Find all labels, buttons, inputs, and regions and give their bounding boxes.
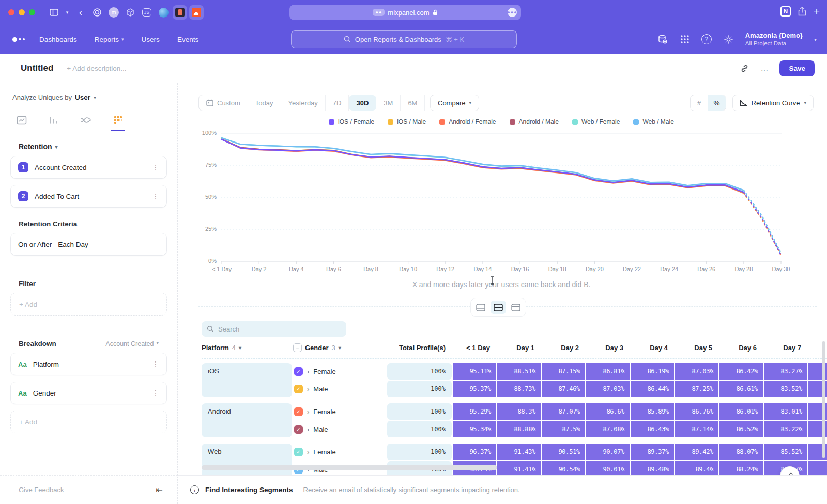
legend-item[interactable]: Android / Male xyxy=(510,118,559,125)
retention-value-cell[interactable]: 87.5% xyxy=(542,421,585,437)
zoom-window-button[interactable] xyxy=(29,9,35,15)
legend-item[interactable]: Web / Male xyxy=(633,118,673,125)
tab-insights[interactable] xyxy=(12,109,31,131)
retention-value-cell[interactable]: 86.44% xyxy=(631,381,674,397)
criteria-on-or-after[interactable]: On or After xyxy=(18,241,52,248)
analyze-entity-select[interactable]: User xyxy=(75,93,90,101)
retention-value-cell[interactable]: 88.51% xyxy=(497,363,541,380)
new-tab-icon[interactable]: + xyxy=(814,5,820,18)
url-bar[interactable]: ●● mixpanel.com ●●● xyxy=(289,5,521,20)
js-extension-icon[interactable]: JS xyxy=(140,5,154,20)
retention-chart[interactable] xyxy=(221,133,782,265)
retention-value-cell[interactable]: 87.46% xyxy=(542,381,585,397)
legend-item[interactable]: Web / Female xyxy=(572,118,620,125)
retention-value-cell[interactable]: 85.89% xyxy=(631,403,674,420)
legend-item[interactable]: Android / Female xyxy=(439,118,496,125)
step-options-icon[interactable]: ⋮ xyxy=(152,163,159,171)
checkbox-android-female[interactable]: ✓ xyxy=(294,407,303,416)
retention-criteria-card[interactable]: On or After Each Day xyxy=(10,233,167,256)
horizontal-scrollbar[interactable] xyxy=(202,465,497,470)
column-header-platform[interactable]: Platform4▾ xyxy=(202,341,292,354)
give-feedback-link[interactable]: Give Feedback xyxy=(19,486,64,494)
checkbox-ios-male[interactable]: ✓ xyxy=(294,385,303,393)
range-7d[interactable]: 7D xyxy=(326,95,349,111)
retention-value-cell[interactable]: 86.52% xyxy=(719,421,763,437)
retention-value-cell[interactable]: 86.01% xyxy=(719,403,763,420)
minimize-window-button[interactable] xyxy=(19,9,25,15)
apps-grid-icon[interactable] xyxy=(680,34,690,44)
expand-chevron-icon[interactable]: › xyxy=(307,448,309,456)
retention-value-cell[interactable]: 87.07% xyxy=(542,403,585,420)
retention-section-label[interactable]: Retention xyxy=(19,143,52,151)
retention-value-cell[interactable]: 86.61% xyxy=(719,381,763,397)
expand-chevron-icon[interactable]: › xyxy=(307,426,309,433)
retention-value-cell[interactable]: 86.43% xyxy=(631,421,674,437)
target-extension-icon[interactable] xyxy=(90,5,104,20)
platform-cell[interactable]: Android xyxy=(202,403,292,437)
soundcloud-extension-icon[interactable] xyxy=(189,5,204,20)
blue-orb-extension-icon[interactable] xyxy=(156,5,171,20)
checkbox-ios-female[interactable]: ✓ xyxy=(294,367,303,376)
retention-value-cell[interactable]: 89.37% xyxy=(631,444,674,460)
expand-chevron-icon[interactable]: › xyxy=(307,368,309,375)
layout-split-button[interactable] xyxy=(491,301,506,314)
nav-item-reports[interactable]: Reports▾ xyxy=(95,36,124,43)
help-icon[interactable]: ? xyxy=(701,34,712,44)
nav-item-events[interactable]: Events xyxy=(177,36,198,43)
retention-value-cell[interactable]: 95.37% xyxy=(453,381,496,397)
collapse-sidebar-icon[interactable]: ⇤ xyxy=(156,485,163,495)
retention-value-cell[interactable]: 95.29% xyxy=(453,403,496,420)
series-line-ios-male[interactable] xyxy=(744,193,781,255)
retention-value-cell[interactable] xyxy=(808,461,827,475)
retention-value-cell[interactable]: 87.15% xyxy=(542,363,585,380)
retention-value-cell[interactable]: 95.11% xyxy=(453,363,496,380)
retention-value-cell[interactable]: 89.48% xyxy=(631,461,674,475)
series-line-web-male[interactable] xyxy=(222,138,744,190)
retention-value-cell[interactable]: 90.01% xyxy=(586,461,630,475)
retention-step-card[interactable]: 1Account Created⋮ xyxy=(10,156,167,179)
retention-value-cell[interactable]: 86.42% xyxy=(719,363,763,380)
retention-value-cell[interactable]: 90.54% xyxy=(542,461,585,475)
expand-chevron-icon[interactable]: › xyxy=(307,408,309,416)
breakdown-applies-to-select[interactable]: Account Created▾ xyxy=(105,340,159,348)
url-more-icon[interactable]: ●●● xyxy=(508,8,517,17)
layout-table-only-button[interactable] xyxy=(508,301,524,314)
m-avatar-icon[interactable]: m xyxy=(106,5,121,20)
platform-cell[interactable]: Web xyxy=(202,444,292,475)
unit-percent-button[interactable]: % xyxy=(708,95,726,111)
checkbox-android-male[interactable]: ✓ xyxy=(294,425,303,434)
chart-view-select[interactable]: Retention Curve ▾ xyxy=(732,94,814,111)
global-search[interactable]: Open Reports & Dashboards ⌘ + K xyxy=(291,30,517,48)
range-6m[interactable]: 6M xyxy=(401,95,425,111)
gender-select-all-checkbox[interactable]: – xyxy=(293,343,302,352)
close-window-button[interactable] xyxy=(8,9,14,15)
retention-value-cell[interactable]: 87.08% xyxy=(586,421,630,437)
retention-value-cell[interactable]: 91.43% xyxy=(497,444,541,460)
retention-value-cell[interactable]: 83.22% xyxy=(764,421,807,437)
retention-value-cell[interactable]: 89.42% xyxy=(675,444,718,460)
step-options-icon[interactable]: ⋮ xyxy=(152,192,159,200)
retention-value-cell[interactable]: 83.52% xyxy=(764,381,807,397)
retention-value-cell[interactable]: 88.3% xyxy=(497,403,541,420)
legend-item[interactable]: iOS / Male xyxy=(388,118,426,125)
data-management-icon[interactable] xyxy=(657,34,668,45)
unit-count-button[interactable]: # xyxy=(691,95,708,111)
table-search-input[interactable] xyxy=(218,325,332,333)
retention-value-cell[interactable]: 88.07% xyxy=(719,444,763,460)
breakdown-card-gender[interactable]: AaGender⋮ xyxy=(10,382,167,404)
red-app-extension-icon[interactable] xyxy=(173,5,187,20)
layout-chart-only-button[interactable] xyxy=(473,301,488,314)
retention-value-cell[interactable]: 88.24% xyxy=(719,461,763,475)
filter-add-button[interactable]: + Add xyxy=(10,293,167,316)
sidebar-toggle-icon[interactable] xyxy=(47,5,61,20)
retention-value-cell[interactable]: 95.34% xyxy=(453,421,496,437)
range-3m[interactable]: 3M xyxy=(376,95,401,111)
breakdown-add-button[interactable]: + Add xyxy=(10,411,167,433)
copy-link-icon[interactable] xyxy=(740,64,749,73)
tab-retention[interactable] xyxy=(109,109,127,131)
range-custom[interactable]: Custom xyxy=(199,95,248,111)
breakdown-options-icon[interactable]: ⋮ xyxy=(152,360,159,368)
retention-value-cell[interactable]: 90.07% xyxy=(586,444,630,460)
legend-item[interactable]: iOS / Female xyxy=(329,118,374,125)
cube-extension-icon[interactable] xyxy=(123,5,137,20)
